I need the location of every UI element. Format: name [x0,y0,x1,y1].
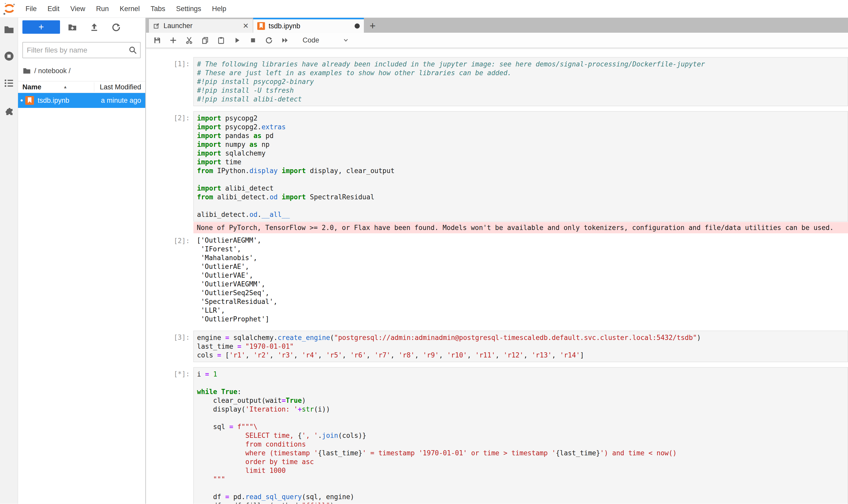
code-token: = [225,334,230,342]
code-line: engine = sqlalchemy.create_engine("postg… [197,333,848,342]
paste-cells-button[interactable] [217,36,225,44]
activity-bar [0,18,18,504]
home-folder-icon[interactable] [22,67,31,75]
close-tab-icon[interactable]: ✕ [243,22,249,30]
notebook-cell[interactable]: [1]:# The following libraries have alrea… [146,57,848,106]
filter-files-input[interactable] [23,46,128,54]
cell-input-prompt: [2]: [146,111,193,221]
search-icon [128,46,138,55]
notebook-cell[interactable]: [*]:i = 1 while True: clear_output(wait=… [146,367,848,504]
code-token: numpy [221,141,250,148]
menu-file[interactable]: File [20,0,42,18]
code-token: = [225,493,230,501]
code-line: i = 1 [197,370,848,379]
code-token: = [237,343,241,350]
new-folder-icon[interactable] [68,22,77,32]
chevron-down-icon[interactable] [342,37,349,44]
cell-output-prompt: [2]: [146,234,193,325]
code-line: SELECT time, {', '.join(cols)} [197,431,848,440]
code-token: 'r12' [503,351,524,359]
save-button[interactable] [153,36,161,44]
notebook-scroll-area[interactable]: [1]:# The following libraries have alrea… [146,48,848,504]
code-token: psycopg2. [221,123,261,131]
code-token: , [294,351,302,359]
cell-editor[interactable]: i = 1 while True: clear_output(wait=True… [193,367,848,504]
cell-editor[interactable]: import psycopg2import psycopg2.extrasimp… [193,111,848,221]
code-token: = [217,351,221,359]
code-token [241,343,246,350]
code-token: #!pip install alibi-detect [197,95,302,103]
menu-view[interactable]: View [65,0,91,18]
code-line: # The following libraries have already b… [197,60,848,69]
code-line: order by time asc [197,457,848,466]
restart-run-all-button[interactable] [281,36,289,44]
code-token: last_time [197,343,237,350]
code-token: import [197,158,221,166]
new-tab-button[interactable]: + [366,19,379,33]
sort-asc-icon[interactable]: ▲ [64,85,68,89]
copy-cells-button[interactable] [201,36,209,44]
cell-type-dropdown[interactable]: Code [303,36,319,44]
tab-label: Launcher [164,22,193,30]
insert-cell-button[interactable] [169,36,177,44]
interrupt-kernel-button[interactable] [249,36,257,44]
code-line: clear_output(wait=True) [197,396,848,405]
tab-launcher[interactable]: Launcher ✕ [149,19,253,33]
code-token: ] [580,351,584,359]
tab-tsdb-notebook[interactable]: tsdb.ipynb [253,18,364,33]
code-token: import [197,132,221,140]
menu-settings[interactable]: Settings [171,0,207,18]
menu-help[interactable]: Help [206,0,232,18]
code-token: 1 [213,370,217,378]
code-token: #!pip install psycopg2-binary [197,78,314,86]
cell-editor[interactable]: # The following libraries have already b… [193,57,848,106]
code-token: 'r1' [229,351,246,359]
table-of-contents-tab-icon[interactable] [3,77,15,89]
code-line: cols = ['r1', 'r2', 'r3', 'r4', 'r5', 'r… [197,351,848,360]
code-token: , [366,351,375,359]
extension-manager-tab-icon[interactable] [3,106,15,117]
code-line: #!pip install -U tsfresh [197,86,848,95]
file-list-header: Name ▲ Last Modified [18,81,145,93]
refresh-icon[interactable] [111,22,121,32]
code-line: from IPython.display import display, cle… [197,166,848,175]
code-token: , [270,351,277,359]
cell-editor[interactable]: engine = sqlalchemy.create_engine("postg… [193,331,848,362]
restart-kernel-button[interactable] [265,36,273,44]
code-token: , [415,351,422,359]
run-button[interactable] [233,36,241,44]
new-launcher-button[interactable]: + [22,20,60,34]
menu-kernel[interactable]: Kernel [114,0,145,18]
code-token: , [467,351,475,359]
code-token: True [221,388,237,396]
code-token: ) [302,397,306,404]
column-last-modified[interactable]: Last Modified [100,83,145,91]
code-token: = [282,397,286,404]
running-kernels-tab-icon[interactable] [3,51,15,62]
code-token: as [250,141,257,148]
code-token: {last_time} [318,449,362,457]
code-token: = [225,502,230,504]
breadcrumb-path[interactable]: / notebook / [34,67,71,75]
upload-icon[interactable] [89,22,99,32]
code-token: join [322,432,338,439]
code-token: : [237,388,241,396]
cut-cells-button[interactable] [185,36,193,44]
code-token: import [197,184,221,192]
file-browser-tab-icon[interactable] [3,24,15,35]
file-row[interactable]: • tsdb.ipynb a minute ago [18,93,145,108]
notebook-cell[interactable]: [2]:import psycopg2import psycopg2.extra… [146,111,848,221]
menu-tabs[interactable]: Tabs [145,0,171,18]
code-token: 'r11' [475,351,495,359]
unsaved-changes-icon[interactable] [355,23,360,29]
code-token: = [229,423,233,431]
code-token: , [439,351,447,359]
code-token: import [197,141,221,148]
code-token: alibi_detect. [197,211,250,218]
column-name[interactable]: Name [18,83,41,91]
code-line: display('Iteration: '+str(i)) [197,405,848,414]
notebook-cell[interactable]: [3]:engine = sqlalchemy.create_engine("p… [146,331,848,362]
menu-run[interactable]: Run [91,0,114,18]
menu-edit[interactable]: Edit [42,0,65,18]
code-token: sql [197,423,229,431]
